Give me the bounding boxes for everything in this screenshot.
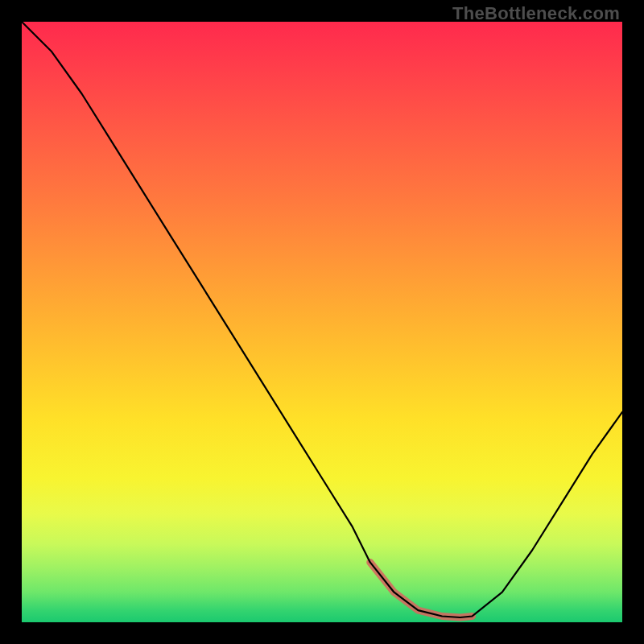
bottleneck-highlight-segment — [370, 562, 473, 617]
chart-frame — [22, 22, 622, 622]
chart-svg — [22, 22, 622, 622]
watermark-text: TheBottleneck.com — [452, 3, 620, 24]
bottleneck-curve — [22, 22, 622, 617]
